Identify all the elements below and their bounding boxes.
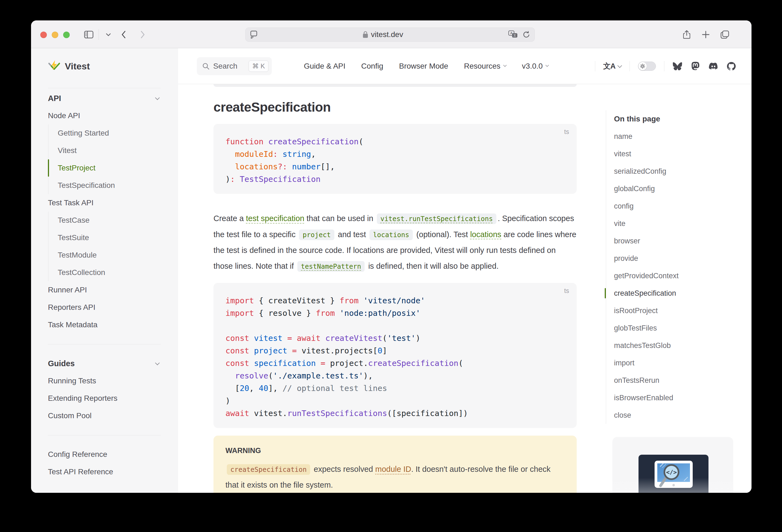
address-bar[interactable]: vitest.dev A 文 xyxy=(245,28,535,42)
nav-link[interactable]: Resources xyxy=(464,62,506,71)
toc-item-label: createSpecification xyxy=(614,289,676,297)
search-button[interactable]: Search ⌘ K xyxy=(197,57,272,75)
share-icon[interactable] xyxy=(681,29,693,41)
sidebar-item[interactable]: Task Metadata xyxy=(48,316,178,333)
sidebar-item[interactable]: Extending Reporters xyxy=(48,390,178,407)
sidebar-menu-chevron-icon[interactable] xyxy=(102,29,114,41)
toc-item-label: onTestsRerun xyxy=(614,376,660,385)
vitest-logo-icon xyxy=(48,60,61,72)
sidebar-item[interactable] xyxy=(48,424,178,446)
github-icon[interactable] xyxy=(726,61,736,71)
sidebar-item-label: Running Tests xyxy=(48,377,96,385)
sidebar-item[interactable]: TestCase xyxy=(48,212,178,229)
minimize-window-button[interactable] xyxy=(52,32,58,38)
chevron-down-icon xyxy=(617,63,622,68)
forward-button[interactable] xyxy=(137,29,149,41)
language-switcher[interactable]: 文A xyxy=(603,61,621,71)
toc-title: On this page xyxy=(614,110,751,128)
sidebar-item-label: Node API xyxy=(48,111,80,120)
new-tab-icon[interactable] xyxy=(700,29,712,41)
close-window-button[interactable] xyxy=(40,32,47,38)
sidebar-item[interactable]: Running Tests xyxy=(48,372,178,390)
lock-icon xyxy=(363,31,368,38)
toc-item[interactable]: isRootProject xyxy=(614,302,751,319)
toc-item[interactable]: close xyxy=(614,406,751,424)
sidebar-item[interactable]: Test API Reference xyxy=(48,463,178,481)
nav-link[interactable]: Browser Mode xyxy=(399,62,448,71)
sidebar-item[interactable]: TestCollection xyxy=(48,264,178,281)
site-logo[interactable]: Vitest xyxy=(48,58,172,74)
sidebar-item[interactable]: Custom Pool xyxy=(48,407,178,424)
sidebar-item[interactable]: TestModule xyxy=(48,246,178,264)
sidebar-item[interactable]: Node API xyxy=(48,107,178,125)
theme-toggle[interactable] xyxy=(638,62,656,71)
zoom-window-button[interactable] xyxy=(63,32,70,38)
sidebar-item[interactable]: Config Reference xyxy=(48,446,178,463)
chevron-down-icon xyxy=(503,64,507,67)
sidebar-item[interactable]: Getting Started xyxy=(48,125,178,142)
mastodon-icon[interactable] xyxy=(690,61,700,71)
sidebar-item-label: Test Task API xyxy=(48,199,94,207)
translate-icon[interactable]: A 文 xyxy=(508,31,518,39)
nav-link[interactable]: v3.0.0 xyxy=(522,62,548,71)
ad-fade-overlay xyxy=(612,478,733,493)
inline-link[interactable]: module ID xyxy=(375,465,411,473)
toc-item[interactable]: getProvidedContext xyxy=(614,267,751,285)
tab-overview-icon[interactable] xyxy=(719,29,731,41)
toc-item[interactable]: vitest xyxy=(614,145,751,163)
toc-item-label: import xyxy=(614,359,634,367)
toc-item[interactable]: browser xyxy=(614,232,751,250)
toc-item[interactable]: serializedConfig xyxy=(614,163,751,180)
toc-item-label: isBrowserEnabled xyxy=(614,394,673,402)
toc-item[interactable]: createSpecification xyxy=(614,285,751,302)
sidebar-item[interactable]: TestProject xyxy=(48,159,178,177)
sidebar-item[interactable]: API xyxy=(48,90,178,107)
sidebar-divider xyxy=(48,88,161,88)
toc-item-label: browser xyxy=(614,237,640,245)
bluesky-icon[interactable] xyxy=(673,61,682,71)
sidebar-item-label: TestCollection xyxy=(58,268,105,277)
toc-item[interactable]: globTestFiles xyxy=(614,319,751,337)
header-divider xyxy=(630,61,630,71)
sidebar: Vitest API Node API Getting Started Vite… xyxy=(31,48,178,493)
nav-link[interactable]: Guide & API xyxy=(304,62,346,71)
toc-item[interactable]: matchesTestGlob xyxy=(614,337,751,354)
site-header: Search ⌘ K Guide & API Config Browser Mo… xyxy=(178,48,751,84)
sidebar-item[interactable]: Guides xyxy=(48,355,178,372)
nav-link-label: Resources xyxy=(464,62,500,71)
sidebar-item-label: Vitest xyxy=(58,146,77,155)
reload-icon[interactable] xyxy=(523,31,530,38)
sponsor-ad[interactable]: </> xyxy=(612,437,733,493)
inline-code: locations xyxy=(369,229,413,240)
sidebar-item[interactable]: Test Task API xyxy=(48,194,178,212)
toc-item-label: provide xyxy=(614,254,638,263)
inline-link[interactable]: vitest.runTestSpecifications xyxy=(377,213,496,224)
url-text: vitest.dev xyxy=(371,30,403,39)
sidebar-item[interactable]: Reporters API xyxy=(48,299,178,316)
inline-link[interactable]: test specification xyxy=(246,214,304,223)
sidebar-item[interactable]: Vitest xyxy=(48,142,178,159)
inline-link[interactable]: testNamePattern xyxy=(297,261,365,272)
sidebar-item[interactable]: TestSuite xyxy=(48,229,178,246)
reader-icon[interactable] xyxy=(250,31,257,39)
toc-item[interactable]: globalConfig xyxy=(614,180,751,198)
sidebar-toggle-icon[interactable] xyxy=(83,29,95,41)
toolbar-divider xyxy=(99,29,99,40)
toc-item[interactable]: isBrowserEnabled xyxy=(614,389,751,406)
inline-link[interactable]: locations xyxy=(470,230,501,239)
toc-item[interactable]: import xyxy=(614,354,751,371)
back-button[interactable] xyxy=(118,29,130,41)
toc-item[interactable]: provide xyxy=(614,250,751,267)
sidebar-item[interactable]: TestSpecification xyxy=(48,177,178,194)
discord-icon[interactable] xyxy=(709,61,718,71)
toc-item-label: globalConfig xyxy=(614,185,655,193)
toc-item[interactable]: name xyxy=(614,128,751,145)
toc-item[interactable]: config xyxy=(614,198,751,215)
sidebar-item[interactable]: Runner API xyxy=(48,281,178,299)
nav-link[interactable]: Config xyxy=(361,62,383,71)
sidebar-item[interactable] xyxy=(48,333,178,355)
toc-item[interactable]: onTestsRerun xyxy=(614,371,751,389)
toc-item[interactable]: vite xyxy=(614,215,751,232)
sidebar-item-label: Guides xyxy=(48,359,75,368)
text-run: expects resolved xyxy=(312,465,375,473)
